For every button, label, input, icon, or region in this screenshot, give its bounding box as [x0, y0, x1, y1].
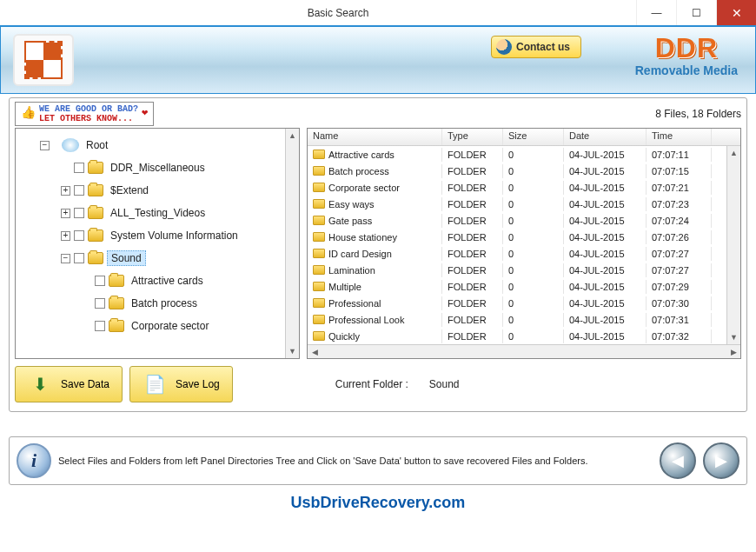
tree-node[interactable]: Corporate sector — [19, 315, 295, 337]
row-name: Multiple — [328, 282, 361, 292]
tree-node[interactable]: +System Volume Information — [19, 224, 295, 247]
folder-icon — [88, 207, 103, 219]
window-title: Basic Search — [40, 7, 636, 19]
contact-us-button[interactable]: Contact us — [491, 36, 581, 58]
checkbox[interactable] — [74, 253, 84, 263]
info-text: Select Files and Folders from left Panel… — [58, 456, 653, 466]
back-button[interactable]: ◀ — [660, 442, 696, 479]
promo-line-2: LET OTHERS KNOW... — [39, 114, 133, 123]
tree-node-label[interactable]: System Volume Information — [107, 229, 242, 243]
row-type: FOLDER — [442, 164, 503, 178]
thumbs-up-icon: 👍 — [21, 107, 36, 120]
maximize-button[interactable]: ☐ — [676, 0, 716, 25]
list-row[interactable]: LaminationFOLDER004-JUL-201507:07:27 — [308, 262, 740, 278]
row-type: FOLDER — [442, 313, 503, 327]
logo-icon — [13, 34, 74, 86]
folder-icon — [109, 275, 124, 287]
minimize-button[interactable]: — — [636, 0, 676, 25]
tree-node-label[interactable]: DDR_Miscellaneous — [107, 161, 209, 175]
folder-icon — [88, 252, 103, 264]
next-button[interactable]: ▶ — [703, 442, 739, 479]
brand-subtitle: Removable Media — [635, 63, 738, 77]
tree-node-label[interactable]: Sound — [107, 250, 146, 266]
row-date: 04-JUL-2015 — [564, 148, 647, 162]
save-data-button[interactable]: ⬇ Save Data — [15, 366, 123, 402]
save-log-label: Save Log — [176, 378, 220, 390]
checkbox[interactable] — [74, 163, 84, 173]
folder-icon — [109, 297, 124, 309]
tree-node-label[interactable]: $Extend — [107, 183, 152, 197]
list-row[interactable]: MultipleFOLDER004-JUL-201507:07:29 — [308, 278, 740, 295]
folder-icon — [88, 229, 103, 242]
list-v-scrollbar[interactable]: ▲▼ — [726, 146, 740, 344]
tree-node[interactable]: −Sound — [19, 247, 295, 269]
list-row[interactable]: Batch processFOLDER004-JUL-201507:07:15 — [308, 163, 740, 179]
col-time[interactable]: Time — [647, 129, 712, 145]
row-name: Attractive cards — [328, 150, 395, 160]
row-time: 07:07:30 — [647, 296, 712, 310]
row-date: 04-JUL-2015 — [564, 329, 647, 343]
list-row[interactable]: QuicklyFOLDER004-JUL-201507:07:32 — [308, 328, 740, 344]
col-type[interactable]: Type — [442, 129, 503, 145]
row-size: 0 — [503, 214, 564, 228]
close-button[interactable]: ✕ — [716, 0, 756, 25]
expander-icon[interactable]: − — [61, 254, 70, 263]
list-row[interactable]: Gate passFOLDER004-JUL-201507:07:24 — [308, 212, 740, 229]
row-time: 07:07:27 — [647, 247, 712, 261]
checkbox[interactable] — [74, 185, 84, 196]
tree-node[interactable]: Batch process — [19, 292, 295, 315]
checkbox[interactable] — [74, 208, 84, 218]
expander-icon[interactable]: − — [40, 141, 50, 150]
row-type: FOLDER — [442, 214, 503, 228]
row-type: FOLDER — [442, 280, 503, 294]
list-row[interactable]: Attractive cardsFOLDER004-JUL-201507:07:… — [308, 146, 740, 163]
expander-icon[interactable]: + — [61, 231, 70, 241]
row-date: 04-JUL-2015 — [564, 230, 647, 244]
feedback-banner[interactable]: 👍 WE ARE GOOD OR BAD? LET OTHERS KNOW...… — [15, 102, 154, 126]
list-h-scrollbar[interactable]: ◀▶ — [308, 344, 740, 358]
tree-node-label[interactable]: Attractive cards — [128, 274, 207, 288]
folder-icon — [313, 282, 325, 291]
tree-node-label[interactable]: ALL_Testing_Videos — [107, 206, 209, 220]
tree-node[interactable]: +ALL_Testing_Videos — [19, 202, 295, 224]
col-name[interactable]: Name — [308, 129, 442, 145]
list-row[interactable]: Professional LookFOLDER004-JUL-201507:07… — [308, 311, 740, 328]
list-row[interactable]: ID card DesignFOLDER004-JUL-201507:07:27 — [308, 245, 740, 262]
row-size: 0 — [503, 296, 564, 310]
list-row[interactable]: Easy waysFOLDER004-JUL-201507:07:23 — [308, 196, 740, 212]
checkbox[interactable] — [95, 321, 105, 331]
folder-icon — [313, 183, 325, 192]
expander-icon[interactable]: + — [61, 186, 70, 196]
col-date[interactable]: Date — [564, 129, 647, 145]
row-size: 0 — [503, 263, 564, 277]
list-row[interactable]: Corporate sectorFOLDER004-JUL-201507:07:… — [308, 179, 740, 196]
tree-node[interactable]: Attractive cards — [19, 269, 295, 292]
row-type: FOLDER — [442, 263, 503, 277]
tree-scrollbar[interactable]: ▲▼ — [285, 129, 299, 358]
row-time: 07:07:11 — [647, 148, 712, 162]
row-name: Easy ways — [328, 199, 375, 209]
list-row[interactable]: ProfessionalFOLDER004-JUL-201507:07:30 — [308, 295, 740, 311]
tree-node-label[interactable]: Corporate sector — [128, 319, 212, 333]
checkbox[interactable] — [74, 230, 84, 241]
checkbox[interactable] — [95, 298, 105, 309]
file-folder-count: 8 Files, 18 Folders — [655, 108, 741, 120]
list-row[interactable]: House stationeyFOLDER004-JUL-201507:07:2… — [308, 229, 740, 245]
row-type: FOLDER — [442, 296, 503, 310]
folder-icon — [313, 166, 325, 176]
save-log-button[interactable]: 📄 Save Log — [129, 366, 233, 402]
row-date: 04-JUL-2015 — [564, 214, 647, 228]
row-name: Corporate sector — [328, 183, 400, 193]
row-type: FOLDER — [442, 329, 503, 343]
row-name: Lamination — [328, 265, 375, 276]
checkbox[interactable] — [95, 276, 105, 286]
row-type: FOLDER — [442, 247, 503, 261]
tree-node[interactable]: DDR_Miscellaneous — [19, 156, 295, 179]
tree-node-label[interactable]: Batch process — [128, 296, 201, 310]
col-size[interactable]: Size — [503, 129, 564, 145]
tree-node[interactable]: +$Extend — [19, 179, 295, 202]
row-time: 07:07:26 — [647, 230, 712, 244]
expander-icon[interactable]: + — [61, 209, 70, 218]
list-header[interactable]: Name Type Size Date Time — [308, 129, 740, 146]
tree-root-label[interactable]: Root — [83, 138, 111, 152]
